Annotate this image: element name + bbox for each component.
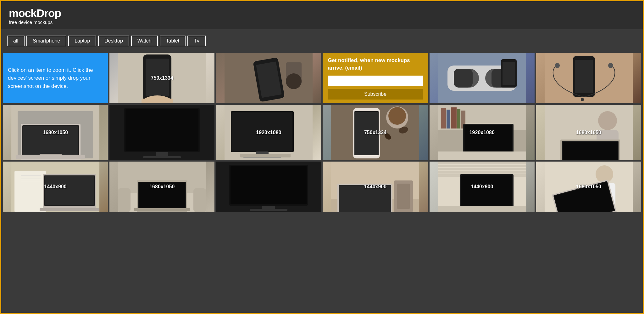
filter-tablet[interactable]: Tablet — [160, 36, 186, 46]
svg-rect-18 — [502, 62, 515, 85]
svg-rect-31 — [40, 154, 62, 155]
svg-rect-75 — [45, 176, 94, 205]
mockup-laptop-2[interactable]: 1440x900 — [3, 162, 108, 212]
monitor-bookshelf-label: 1920x1080 — [469, 130, 495, 135]
mockup-person-laptop-2[interactable]: 1680x1050 — [536, 162, 641, 212]
site-title: mockDrop — [9, 7, 635, 20]
svg-rect-35 — [156, 152, 168, 157]
svg-rect-55 — [447, 110, 450, 128]
svg-rect-60 — [464, 125, 512, 153]
svg-rect-69 — [14, 171, 46, 212]
mockup-laptop-1[interactable]: 1680x1050 — [3, 105, 108, 160]
svg-point-22 — [581, 98, 584, 101]
mockup-laptop-desk-2[interactable]: 1440x900 — [323, 162, 428, 212]
filter-desktop[interactable]: Desktop — [98, 36, 129, 46]
mockup-monitor-bookshelf[interactable]: 1920x1080 — [430, 105, 535, 160]
person-laptop-label: 1680x1050 — [576, 130, 601, 135]
svg-point-10 — [286, 73, 302, 89]
svg-rect-21 — [575, 60, 593, 93]
filter-smartphone[interactable]: Smartphone — [26, 36, 66, 46]
svg-point-24 — [608, 63, 613, 68]
mockup-monitor-desk-1[interactable]: 1920x1080 — [216, 105, 321, 160]
monitor2-size-label: 1920x1080 — [256, 130, 281, 135]
svg-point-109 — [596, 165, 613, 183]
svg-rect-30 — [16, 155, 85, 159]
info-text: Click on an item to zoom it. Click the d… — [8, 66, 103, 90]
filter-all[interactable]: all — [7, 36, 25, 46]
phone-coffee-label: 750x1334 — [364, 130, 386, 135]
svg-rect-103 — [438, 171, 526, 174]
svg-rect-84 — [134, 208, 190, 211]
svg-rect-101 — [438, 165, 526, 167]
subscribe-box: Get notified, when new mockups arrive. (… — [323, 53, 428, 103]
svg-rect-93 — [397, 184, 410, 209]
filter-laptop[interactable]: Laptop — [68, 36, 96, 46]
svg-rect-42 — [240, 154, 291, 157]
svg-rect-67 — [563, 142, 618, 160]
phone-size-label: 750x1334 — [151, 75, 173, 81]
svg-rect-54 — [441, 108, 446, 128]
person-laptop2-label: 1680x1050 — [576, 184, 601, 190]
site-subtitle: free device mockups — [9, 20, 635, 25]
mockup-monitor-office[interactable]: 1440x900 — [430, 162, 535, 212]
mockup-laptop-couch[interactable]: 1680x1050 — [109, 162, 214, 212]
subscribe-button[interactable]: Subscribe — [328, 89, 423, 100]
svg-rect-34 — [125, 109, 198, 151]
svg-rect-57 — [457, 109, 460, 128]
mockup-monitor-dark-1[interactable]: 1920x1080 — [109, 105, 214, 160]
svg-rect-89 — [250, 209, 287, 211]
mockup-grid: Click on an item to zoom it. Click the d… — [1, 51, 643, 214]
svg-rect-107 — [438, 206, 526, 212]
mockup-phone-coffee[interactable]: 750x1334 — [323, 105, 428, 160]
monitor-office-label: 1440x900 — [471, 184, 493, 190]
svg-rect-106 — [461, 175, 512, 206]
laptop2-size-label: 1440x900 — [44, 184, 66, 190]
svg-rect-102 — [438, 168, 526, 170]
filter-bar: all Smartphone Laptop Desktop Watch Tabl… — [1, 29, 643, 51]
mockup-person-laptop[interactable]: 1680x1050 — [536, 105, 641, 160]
svg-rect-76 — [40, 208, 99, 211]
svg-point-48 — [389, 107, 406, 125]
svg-rect-15 — [454, 69, 473, 88]
svg-rect-79 — [118, 188, 130, 212]
laptop-desk2-label: 1440x900 — [364, 184, 386, 190]
mockup-phone-hand[interactable]: 750x1334 — [109, 53, 214, 103]
svg-rect-56 — [451, 107, 457, 128]
svg-rect-80 — [193, 188, 206, 212]
svg-point-63 — [598, 111, 617, 130]
svg-rect-36 — [143, 156, 181, 158]
filter-watch[interactable]: Watch — [131, 36, 158, 46]
info-box: Click on an item to zoom it. Click the d… — [3, 53, 108, 103]
svg-rect-87 — [230, 166, 307, 204]
mockup-phone-desk[interactable] — [216, 53, 321, 103]
svg-point-23 — [555, 63, 560, 68]
mockup-monitor-dark-2[interactable]: 1920x1080 — [216, 162, 321, 212]
svg-rect-61 — [438, 151, 526, 160]
laptop1-size-label: 1680x1050 — [43, 130, 68, 135]
filter-tv[interactable]: Tv — [187, 36, 206, 46]
laptop-couch-label: 1680x1050 — [149, 184, 175, 190]
mockup-phone-vr[interactable] — [430, 53, 535, 103]
mockup-phone-earbuds[interactable] — [536, 53, 641, 103]
subscribe-title: Get notified, when new mockups arrive. (… — [328, 57, 423, 71]
svg-rect-100 — [438, 162, 526, 164]
svg-rect-5 — [142, 99, 173, 103]
page-header: mockDrop free device mockups — [1, 1, 643, 29]
email-input[interactable] — [328, 76, 423, 86]
